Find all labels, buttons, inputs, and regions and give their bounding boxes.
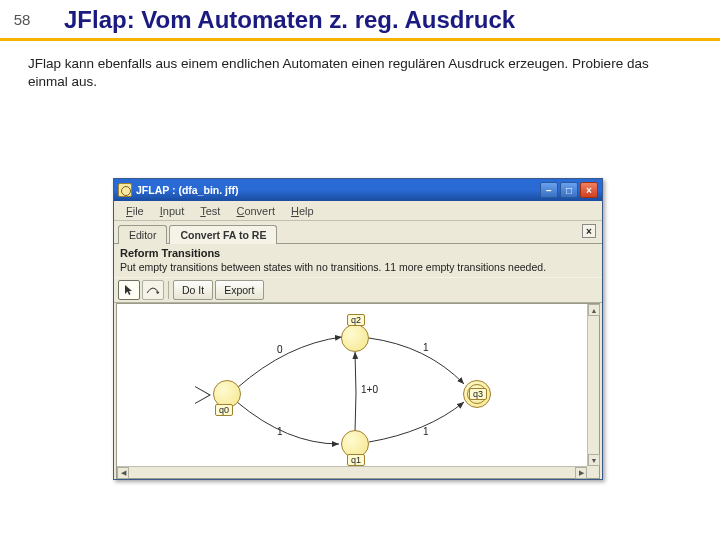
edge-label-q2-q3: 1 (423, 342, 429, 353)
state-q2[interactable] (341, 324, 369, 352)
scroll-corner (587, 466, 599, 478)
maximize-button[interactable]: □ (560, 182, 578, 198)
menu-help[interactable]: Help (283, 203, 322, 219)
menu-test[interactable]: Test (192, 203, 228, 219)
do-it-button[interactable]: Do It (173, 280, 213, 300)
scroll-down-icon[interactable]: ▼ (588, 454, 600, 466)
tab-editor[interactable]: Editor (118, 225, 167, 244)
scrollbar-horizontal[interactable]: ◀ ▶ (117, 466, 587, 478)
toolbar: Do It Export (114, 277, 602, 303)
edge-label-q1-q2: 1+0 (361, 384, 378, 395)
minimize-button[interactable]: − (540, 182, 558, 198)
reform-panel: Reform Transitions Put empty transitions… (114, 243, 602, 277)
edge-label-q0-q2: 0 (277, 344, 283, 355)
scroll-left-icon[interactable]: ◀ (117, 467, 129, 479)
slide-body-text: JFlap kann ebenfalls aus einem endlichen… (0, 41, 720, 91)
titlebar: JFLAP : (dfa_bin. jff) − □ × (114, 179, 602, 201)
tool-pointer[interactable] (118, 280, 140, 300)
tab-row: Editor Convert FA to RE × (114, 221, 602, 243)
tab-convert-fa-to-re[interactable]: Convert FA to RE (169, 225, 277, 244)
state-label-q3: q3 (469, 388, 487, 400)
menu-input[interactable]: Input (152, 203, 192, 219)
close-button[interactable]: × (580, 182, 598, 198)
state-label-q1: q1 (347, 454, 365, 466)
panel-instruction: Put empty transitions between states wit… (114, 259, 602, 277)
menubar: File Input Test Convert Help (114, 201, 602, 221)
window-title: JFLAP : (dfa_bin. jff) (136, 184, 540, 196)
tool-transition[interactable] (142, 280, 164, 300)
menu-convert[interactable]: Convert (228, 203, 283, 219)
window-controls: − □ × (540, 182, 598, 198)
slide-number: 58 (0, 5, 44, 34)
jflap-window: JFLAP : (dfa_bin. jff) − □ × File Input … (113, 178, 603, 480)
state-label-q0: q0 (215, 404, 233, 416)
menu-file[interactable]: File (118, 203, 152, 219)
slide-title: JFlap: Vom Automaten z. reg. Ausdruck (44, 4, 515, 34)
panel-close-button[interactable]: × (582, 224, 596, 238)
toolbar-separator (168, 281, 169, 299)
start-marker (195, 387, 209, 403)
edge-label-q1-q3: 1 (423, 426, 429, 437)
automaton-canvas[interactable]: q0 q2 q1 q3 0 1 1+0 1 1 (117, 304, 587, 466)
canvas-container: q0 q2 q1 q3 0 1 1+0 1 1 ▲ ▼ (116, 303, 600, 479)
export-button[interactable]: Export (215, 280, 263, 300)
scrollbar-vertical[interactable]: ▲ ▼ (587, 304, 599, 466)
scroll-up-icon[interactable]: ▲ (588, 304, 600, 316)
app-icon (118, 183, 132, 197)
edge-label-q0-q1: 1 (277, 426, 283, 437)
scroll-right-icon[interactable]: ▶ (575, 467, 587, 479)
state-label-q2: q2 (347, 314, 365, 326)
panel-title: Reform Transitions (114, 244, 602, 259)
